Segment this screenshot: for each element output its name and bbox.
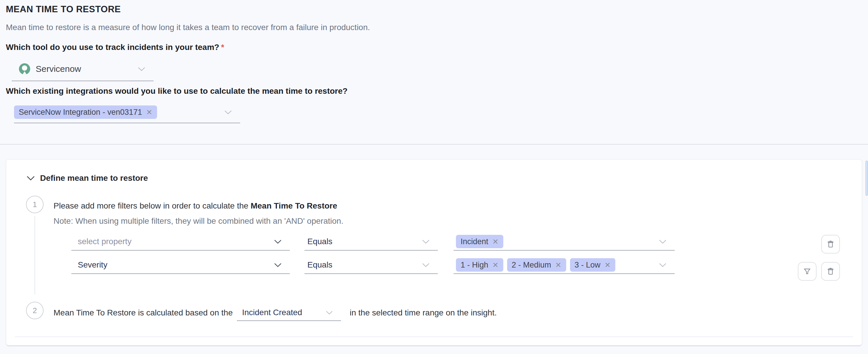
scrollbar-thumb[interactable]: [866, 161, 868, 196]
chevron-down-icon: [422, 263, 430, 267]
page-title: MEAN TIME TO RESTORE: [6, 4, 121, 14]
filter-1-operator-value: Equals: [307, 237, 333, 246]
define-mttr-card: Define mean time to restore 1 Please add…: [6, 159, 862, 346]
tool-select[interactable]: Servicenow: [12, 57, 154, 81]
chevron-down-icon: [422, 240, 430, 244]
servicenow-logo-icon: [18, 63, 31, 75]
chip-label: 3 - Low: [575, 260, 601, 270]
funnel-icon: [803, 267, 811, 276]
filter-2-property-value: Severity: [78, 260, 107, 270]
calculation-basis-select[interactable]: Incident Created: [237, 305, 341, 321]
step-1-badge: 1: [26, 196, 43, 213]
chip-label: Incident: [461, 237, 488, 246]
mean-time-to-restore-page: MEAN TIME TO RESTORE Mean time to restor…: [0, 0, 868, 354]
remove-chip-icon[interactable]: ✕: [146, 108, 152, 116]
required-asterisk: *: [221, 43, 224, 52]
integration-chip-label: ServiceNow Integration - ven03171: [19, 108, 142, 117]
step-2-text: Mean Time To Restore is calculated based…: [54, 305, 497, 321]
integration-chip[interactable]: ServiceNow Integration - ven03171 ✕: [14, 105, 157, 119]
define-section-title: Define mean time to restore: [40, 174, 148, 183]
page-subtitle: Mean time to restore is a measure of how…: [6, 23, 370, 32]
filter-1-value-chip[interactable]: Incident ✕: [456, 235, 503, 248]
filter-2-value-chip[interactable]: 1 - High ✕: [456, 258, 503, 272]
delete-filter-2-button[interactable]: [821, 262, 840, 281]
filter-2-value-chip[interactable]: 3 - Low ✕: [570, 258, 616, 272]
chevron-down-icon: [224, 110, 232, 114]
step-1-note: Note: When using multiple filters, they …: [54, 216, 343, 226]
filter-row-2: Severity Equals 1 - High ✕ 2 - Medium ✕: [71, 256, 675, 274]
tool-select-value: Servicenow: [36, 64, 81, 74]
remove-chip-icon[interactable]: ✕: [493, 261, 499, 269]
calculation-basis-value: Incident Created: [242, 308, 302, 317]
chevron-down-icon: [27, 176, 35, 181]
chevron-down-icon: [659, 240, 666, 244]
tool-question-label: Which tool do you use to track incidents…: [6, 43, 224, 52]
define-section-toggle[interactable]: Define mean time to restore: [27, 174, 148, 183]
remove-chip-icon[interactable]: ✕: [604, 261, 611, 269]
chevron-down-icon: [326, 311, 333, 315]
delete-filter-1-button[interactable]: [821, 235, 840, 253]
trash-icon: [826, 240, 835, 249]
chevron-down-icon: [274, 240, 282, 244]
chevron-down-icon: [138, 67, 145, 71]
filter-1-values-multiselect[interactable]: Incident ✕: [454, 233, 675, 251]
chevron-down-icon: [659, 263, 666, 267]
filter-1-property-select[interactable]: select property: [71, 233, 290, 251]
filter-2-operator-select[interactable]: Equals: [305, 256, 438, 274]
chevron-down-icon: [274, 263, 282, 267]
step-2-suffix: in the selected time range on the insigh…: [350, 308, 497, 318]
filter-2-operator-value: Equals: [307, 260, 333, 270]
filter-options-button[interactable]: [798, 262, 816, 281]
step-2-prefix: Mean Time To Restore is calculated based…: [54, 308, 233, 318]
step-1-text: Please add more filters below in order t…: [54, 201, 337, 211]
section-divider: [0, 144, 868, 145]
trash-icon: [826, 267, 835, 276]
chip-label: 2 - Medium: [512, 260, 551, 270]
filter-2-property-select[interactable]: Severity: [71, 256, 290, 274]
chip-label: 1 - High: [461, 260, 488, 270]
remove-chip-icon[interactable]: ✕: [555, 261, 561, 269]
step-1-text-bold: Mean Time To Restore: [251, 201, 337, 210]
step-2-badge: 2: [26, 302, 43, 319]
integrations-multiselect[interactable]: ServiceNow Integration - ven03171 ✕: [14, 102, 240, 123]
integrations-question-label: Which existing integrations would you li…: [6, 86, 347, 96]
card-bottom-divider: [15, 337, 853, 337]
filter-1-property-placeholder: select property: [78, 237, 132, 246]
filter-2-values-multiselect[interactable]: 1 - High ✕ 2 - Medium ✕ 3 - Low ✕: [454, 256, 675, 274]
filter-1-operator-select[interactable]: Equals: [305, 233, 438, 251]
remove-chip-icon[interactable]: ✕: [493, 238, 499, 246]
filter-2-value-chip[interactable]: 2 - Medium ✕: [507, 258, 566, 272]
step-connector-line: [34, 216, 35, 294]
filter-row-1: select property Equals Incident ✕: [71, 233, 675, 251]
